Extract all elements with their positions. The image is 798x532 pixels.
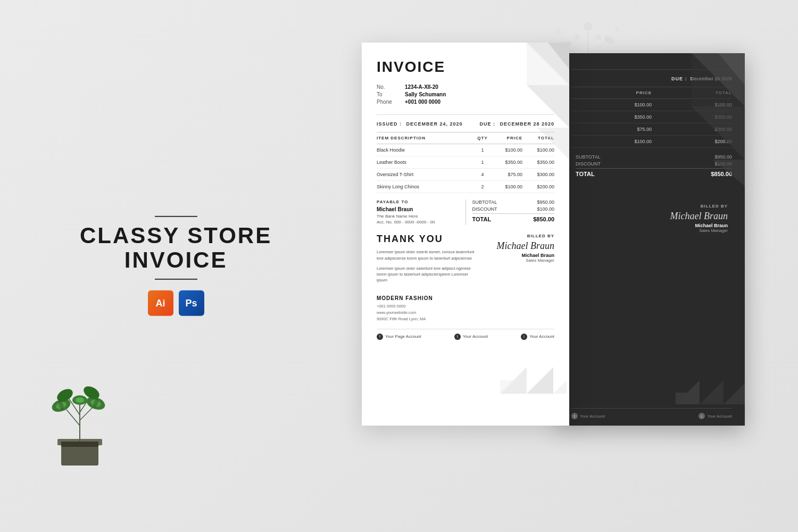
- phone-label: Phone: [377, 99, 401, 105]
- svg-marker-34: [527, 367, 553, 394]
- item-name: Skinny Long Chinos: [377, 181, 475, 193]
- instagram-icon: i: [521, 334, 527, 340]
- item-qty: 1: [475, 156, 491, 169]
- payable-to-info: PAYABLE TO Michael Braun The Bank Name H…: [377, 200, 466, 225]
- totals-section: SUBTOTAL $950.00 DISCOUNT $100.00 TOTAL …: [466, 200, 555, 225]
- thankyou-left: THANK YOU Loremser ipsum dolor ssienit a…: [377, 234, 479, 287]
- dark-triangle-deco: [670, 53, 745, 186]
- bank-name: The Bank Name Here: [377, 213, 459, 219]
- dark-social-label-3: Your Account: [707, 414, 732, 419]
- to-value: Sally Schumann: [405, 92, 446, 97]
- svg-point-1: [575, 35, 580, 40]
- dark-billed-section: BILLED BY Michael Braun Michael Braun Sa…: [571, 204, 732, 233]
- twitter-icon: t: [454, 334, 461, 340]
- discount-value: $100.00: [537, 206, 554, 212]
- plant-decoration: [32, 362, 138, 479]
- account-number: Acc. No. 000 - 0000 -0000 - 00: [377, 219, 459, 225]
- thankyou-text2: Loremser ipsum dolor saieritunt tore adi…: [377, 265, 479, 284]
- number-value: 1234-A-XII-20: [405, 84, 438, 90]
- svg-point-0: [584, 22, 592, 31]
- to-label: To: [377, 92, 401, 97]
- dark-billed-role: Sales Manager: [571, 228, 728, 233]
- billed-by-label: BILLED BY: [486, 234, 554, 238]
- divider-top: [155, 216, 197, 217]
- social-label-1: Your Page Account: [385, 334, 421, 339]
- total-row: TOTAL $850.00: [472, 213, 555, 222]
- payable-to-label: PAYABLE TO: [377, 200, 459, 204]
- dark-item-price: $350.00: [571, 111, 652, 123]
- dark-col-price: PRICE: [571, 87, 652, 99]
- subtotal-label: SUBTOTAL: [472, 200, 497, 205]
- col-qty: QTY: [475, 132, 491, 144]
- table-row: Skinny Long Chinos 2 $100.00 $200.00: [377, 181, 554, 193]
- facebook-icon: f: [377, 334, 383, 340]
- dark-bottom-triangle: [676, 356, 745, 404]
- dark-item-price: $100.00: [571, 99, 652, 111]
- dark-twitter-icon: t: [571, 413, 578, 419]
- dark-subtotal-label: SUBTOTAL: [576, 154, 601, 160]
- discount-label: DISCOUNT: [472, 206, 497, 212]
- thankyou-right: BILLED BY Michael Braun Michael Braun Sa…: [486, 234, 554, 287]
- dark-social-footer: t Your Account i Your Account: [571, 408, 732, 419]
- company-phone: +001 0000 0000: [377, 303, 554, 310]
- svg-point-8: [556, 30, 561, 34]
- dark-total-label: TOTAL: [576, 171, 595, 177]
- dark-social-label-2: Your Account: [580, 414, 605, 419]
- svg-marker-44: [724, 383, 745, 404]
- dark-item-price: $75.00: [571, 123, 652, 136]
- item-price: $75.00: [491, 169, 522, 181]
- svg-marker-39: [692, 106, 745, 160]
- svg-marker-30: [527, 85, 569, 128]
- company-name: MODERN FASHION: [377, 295, 554, 301]
- left-title-section: CLASSY STORE INVOICE Ai Ps: [80, 216, 272, 316]
- invoice-card-white: INVOICE No. 1234-A-XII-20 To Sally Schum…: [362, 43, 569, 426]
- item-qty: 2: [475, 181, 491, 193]
- thankyou-text1: Loremser ipsum dolor ssienit asmet, cons…: [377, 249, 479, 261]
- item-name: Black Hoodie: [377, 144, 475, 156]
- social-label-2: Your Account: [463, 334, 488, 339]
- item-total: $200.00: [522, 181, 554, 193]
- photoshop-icon: Ps: [179, 290, 204, 316]
- title-line1: CLASSY STORE: [80, 223, 272, 248]
- divider-bottom: [155, 279, 197, 280]
- dark-social-item-3: i Your Account: [699, 413, 732, 419]
- discount-row: DISCOUNT $100.00: [472, 206, 555, 212]
- social-footer: f Your Page Account t Your Account i You…: [377, 329, 554, 340]
- invoice-card-dark: DUE : December 28 2020 PRICE TOTAL $100.…: [559, 53, 745, 426]
- table-row: Oversized T-Shirt 4 $75.00 $300.00: [377, 169, 554, 181]
- light-triangle-deco: [511, 43, 569, 160]
- dark-item-price: $100.00: [571, 136, 652, 148]
- billed-role: Sales Manager: [486, 258, 554, 263]
- item-total: $300.00: [522, 169, 554, 181]
- payable-section: PAYABLE TO Michael Braun The Bank Name H…: [377, 200, 554, 225]
- thankyou-section: THANK YOU Loremser ipsum dolor ssienit a…: [377, 234, 554, 287]
- social-item-3: i Your Account: [521, 334, 554, 340]
- col-item: ITEM DESCRIPTION: [377, 132, 475, 144]
- subtotal-value: $950.00: [537, 200, 554, 205]
- item-name: Leather Boots: [377, 156, 475, 169]
- svg-point-9: [615, 27, 619, 31]
- number-label: No.: [377, 84, 401, 90]
- dark-signature: Michael Braun: [571, 211, 728, 222]
- total-value: $850.00: [533, 216, 554, 222]
- phone-value: +001 000 0000: [405, 99, 440, 105]
- svg-marker-43: [700, 380, 724, 404]
- total-label: TOTAL: [472, 216, 492, 222]
- item-qty: 1: [475, 144, 491, 156]
- title-line2: INVOICE: [80, 248, 272, 272]
- dark-discount-label: DISCOUNT: [576, 161, 601, 167]
- item-price: $100.00: [491, 181, 522, 193]
- issued-date: ISSUED : December 24, 2020: [377, 121, 463, 127]
- thankyou-title: THANK YOU: [377, 234, 479, 245]
- company-website: www.yourwebsite.com: [377, 310, 554, 316]
- dark-billed-name: Michael Braun: [571, 223, 728, 228]
- software-icons-container: Ai Ps: [80, 290, 272, 316]
- signature: Michael Braun: [486, 240, 554, 252]
- social-item-1: f Your Page Account: [377, 334, 421, 340]
- payable-name: Michael Braun: [377, 206, 459, 212]
- dark-instagram-icon: i: [699, 413, 705, 419]
- item-name: Oversized T-Shirt: [377, 169, 475, 181]
- company-address: 9090C Fifth Road Lynn, MA: [377, 316, 554, 322]
- subtotal-row: SUBTOTAL $950.00: [472, 200, 555, 205]
- social-item-2: t Your Account: [454, 334, 488, 340]
